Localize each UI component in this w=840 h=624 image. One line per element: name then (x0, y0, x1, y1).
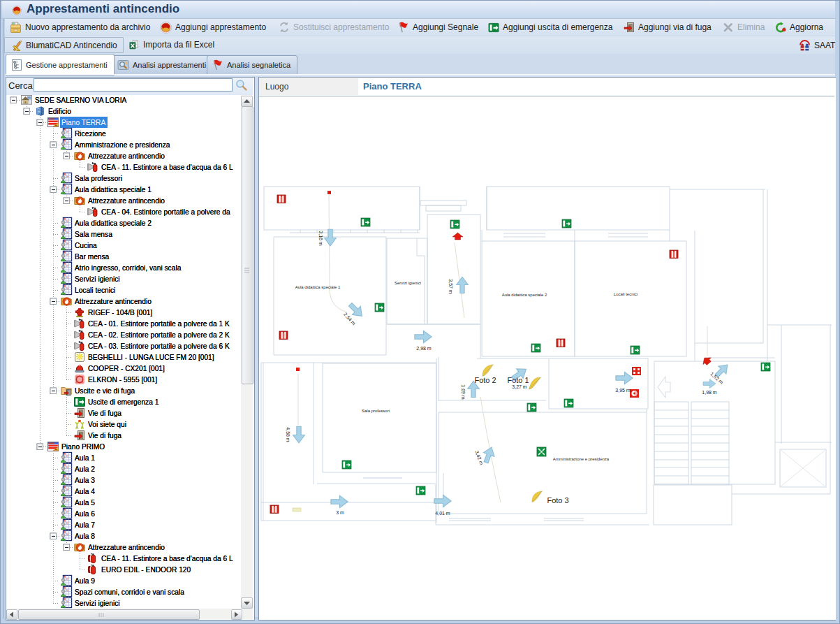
svg-text:Bar mensa: Bar mensa (75, 253, 110, 261)
svg-text:Aula didattica speciale 2: Aula didattica speciale 2 (75, 219, 152, 227)
svg-text:Spazi comuni, corridoi e vani: Spazi comuni, corridoi e vani scala (75, 588, 184, 596)
svg-text:Uscite di emergenza 1: Uscite di emergenza 1 (88, 398, 159, 406)
svg-text:Vie di fuga: Vie di fuga (88, 432, 121, 440)
svg-text:Aula 2: Aula 2 (75, 465, 95, 473)
svg-text:ELKRON - 5955 [001]: ELKRON - 5955 [001] (88, 376, 157, 384)
svg-text:Locali tecnici: Locali tecnici (614, 292, 638, 296)
svg-text:3,95 m: 3,95 m (615, 388, 631, 393)
svg-text:3,27 m: 3,27 m (512, 384, 527, 389)
svg-text:Foto 2: Foto 2 (474, 376, 496, 384)
svg-text:Ricezione: Ricezione (75, 130, 106, 138)
svg-text:Servizi igienici: Servizi igienici (75, 600, 120, 607)
svg-text:Aula 7: Aula 7 (75, 521, 95, 529)
svg-text:1,98 m: 1,98 m (702, 390, 717, 395)
svg-text:3,57 m: 3,57 m (448, 279, 453, 294)
svg-text:3,42 m: 3,42 m (474, 450, 484, 466)
svg-text:Servizi igienici: Servizi igienici (395, 281, 421, 285)
svg-text:Piano PRIMO: Piano PRIMO (61, 443, 105, 451)
svg-text:Attrezzature antincendio: Attrezzature antincendio (88, 197, 165, 205)
svg-text:Aula 9: Aula 9 (75, 577, 95, 585)
svg-text:Attrezzature antincendio: Attrezzature antincendio (75, 298, 152, 305)
svg-text:Aula 4: Aula 4 (75, 488, 95, 495)
svg-text:Aula 6: Aula 6 (75, 510, 95, 518)
svg-text:Aula didattica speciale 2: Aula didattica speciale 2 (502, 293, 547, 297)
svg-text:Vie di fuga: Vie di fuga (88, 409, 121, 417)
svg-text:CEA - 11. Estintore a base d'a: CEA - 11. Estintore a base d'acqua da 6 … (101, 555, 233, 563)
svg-text:Aula 3: Aula 3 (75, 477, 95, 484)
svg-text:CEA - 01. Estintore portatile: CEA - 01. Estintore portatile a polvere … (88, 320, 230, 328)
svg-text:EURO EDIL - ENDOOR 120: EURO EDIL - ENDOOR 120 (101, 566, 191, 574)
svg-text:4,58 m: 4,58 m (286, 427, 290, 442)
svg-text:CEA - 03. Estintore portatile: CEA - 03. Estintore portatile a polvere … (88, 342, 230, 350)
svg-text:2,98 m: 2,98 m (416, 346, 432, 351)
svg-text:Atrio ingresso, corridoi, vani: Atrio ingresso, corridoi, vani scala (75, 264, 182, 272)
svg-text:Locali tecnici: Locali tecnici (75, 286, 115, 294)
svg-text:Voi siete qui: Voi siete qui (88, 421, 126, 428)
svg-text:Sala mensa: Sala mensa (75, 231, 112, 238)
svg-text:CEA - 02. Estintore portatile: CEA - 02. Estintore portatile a polvere … (88, 331, 230, 339)
svg-text:Servizi igienici: Servizi igienici (75, 275, 120, 283)
svg-text:SEDE SALERNO VIA LORIA: SEDE SALERNO VIA LORIA (35, 96, 127, 104)
svg-text:COOPER - CX201 [001]: COOPER - CX201 [001] (88, 365, 165, 372)
svg-text:1,09 m: 1,09 m (461, 384, 466, 400)
svg-text:Foto 3: Foto 3 (547, 496, 568, 505)
svg-text:4,01 m: 4,01 m (435, 511, 450, 516)
svg-text:Uscite e vie di fuga: Uscite e vie di fuga (75, 387, 135, 395)
svg-text:Cucina: Cucina (75, 242, 97, 249)
svg-text:Aula 8: Aula 8 (75, 532, 95, 540)
svg-text:BEGHELLI - LUNGA LUCE FM 20 [0: BEGHELLI - LUNGA LUCE FM 20 [001] (88, 354, 214, 361)
svg-text:CEA - 11. Estintore a base d'a: CEA - 11. Estintore a base d'acqua da 6 … (101, 164, 233, 171)
svg-text:Aula 5: Aula 5 (75, 499, 95, 507)
svg-text:3 m: 3 m (336, 510, 344, 515)
svg-text:Aula didattica speciale 1: Aula didattica speciale 1 (295, 285, 341, 289)
svg-text:Amministrazione e presidenza: Amministrazione e presidenza (75, 141, 170, 149)
svg-text:Sala professori: Sala professori (362, 409, 390, 413)
svg-text:Amministrazione e presidenza: Amministrazione e presidenza (553, 457, 610, 461)
svg-text:Aula 1: Aula 1 (75, 454, 95, 462)
svg-text:Aula didattica speciale 1: Aula didattica speciale 1 (75, 186, 152, 194)
svg-text:Foto 1: Foto 1 (507, 376, 529, 384)
svg-text:Piano TERRA: Piano TERRA (61, 119, 105, 126)
svg-text:3,16 m: 3,16 m (318, 231, 323, 246)
svg-text:Attrezzature antincendio: Attrezzature antincendio (88, 152, 165, 160)
svg-text:CEA - 04. Estintore portatile: CEA - 04. Estintore portatile a polvere … (101, 208, 230, 216)
svg-text:RIGEF - 104/B [001]: RIGEF - 104/B [001] (88, 309, 152, 317)
svg-text:Attrezzature antincendio: Attrezzature antincendio (88, 544, 165, 551)
svg-text:Edificio: Edificio (48, 108, 71, 115)
svg-text:Sala professori: Sala professori (75, 175, 122, 182)
